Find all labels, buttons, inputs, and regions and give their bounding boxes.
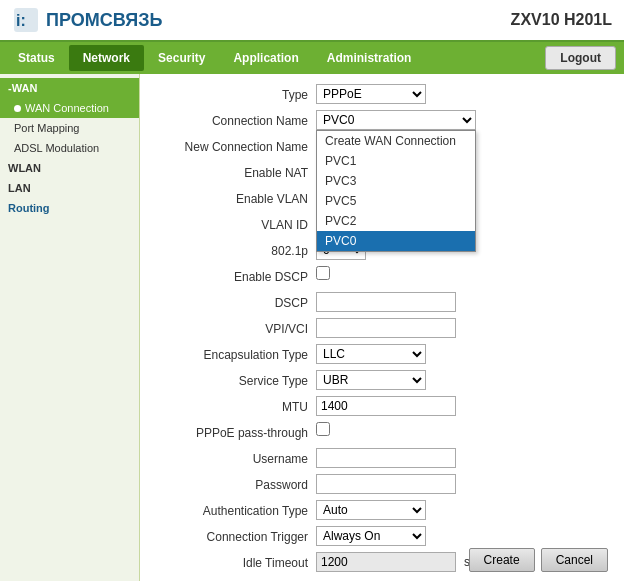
idle-timeout-input[interactable] <box>316 552 456 572</box>
dot1p-label: 802.1p <box>156 240 316 262</box>
sidebar-category-lan[interactable]: LAN <box>0 178 139 198</box>
username-input[interactable] <box>316 448 456 468</box>
logout-button[interactable]: Logout <box>545 46 616 70</box>
encap-type-label: Encapsulation Type <box>156 344 316 366</box>
form-row-auth-type: Authentication Type Auto PAP CHAP <box>156 500 608 522</box>
connection-name-label: Connection Name <box>156 110 316 132</box>
type-label: Type <box>156 84 316 106</box>
dscp-input[interactable] <box>316 292 456 312</box>
device-title: ZXV10 H201L <box>511 11 612 29</box>
form-row-connection-name: Connection Name Create WAN Connection PV… <box>156 110 608 132</box>
form-row-type: Type PPPoE PPPoA IPoE IPoA Bridging <box>156 84 608 106</box>
form-row-encap-type: Encapsulation Type LLC VCMUX <box>156 344 608 366</box>
type-control: PPPoE PPPoA IPoE IPoA Bridging <box>316 84 608 104</box>
form-row-vpi-vci: VPI/VCI <box>156 318 608 340</box>
connection-name-select[interactable]: Create WAN Connection PVC1 PVC3 PVC5 PVC… <box>316 110 476 130</box>
nav-network[interactable]: Network <box>69 45 144 71</box>
dropdown-item-pvc5[interactable]: PVC5 <box>317 191 475 211</box>
content-area: Type PPPoE PPPoA IPoE IPoA Bridging Conn… <box>140 74 624 581</box>
pppoe-passthrough-label: PPPoE pass-through <box>156 422 316 444</box>
sidebar-label-wan-connection: WAN Connection <box>25 102 109 114</box>
logo-icon: i: <box>12 6 40 34</box>
conn-name-container: Create WAN Connection PVC1 PVC3 PVC5 PVC… <box>316 110 476 130</box>
navbar: Status Network Security Application Admi… <box>0 42 624 74</box>
password-control <box>316 474 608 494</box>
main-layout: -WAN WAN Connection Port Mapping ADSL Mo… <box>0 74 624 581</box>
enable-vlan-label: Enable VLAN <box>156 188 316 210</box>
encap-type-select[interactable]: LLC VCMUX <box>316 344 426 364</box>
sidebar-label-adsl-modulation: ADSL Modulation <box>14 142 99 154</box>
dscp-control <box>316 292 608 312</box>
type-select[interactable]: PPPoE PPPoA IPoE IPoA Bridging <box>316 84 426 104</box>
dropdown-item-create-wan[interactable]: Create WAN Connection <box>317 131 475 151</box>
service-type-select[interactable]: UBR CBR VBR-rt VBR-nrt <box>316 370 426 390</box>
sidebar-item-wan-connection[interactable]: WAN Connection <box>0 98 139 118</box>
enable-dscp-checkbox[interactable] <box>316 266 330 280</box>
svg-text:i:: i: <box>16 12 26 29</box>
sidebar-section-wan: -WAN <box>0 78 139 98</box>
form-row-username: Username <box>156 448 608 470</box>
mtu-input[interactable] <box>316 396 456 416</box>
password-label: Password <box>156 474 316 496</box>
footer-buttons: Create Cancel <box>469 548 608 572</box>
service-type-label: Service Type <box>156 370 316 392</box>
encap-type-control: LLC VCMUX <box>316 344 608 364</box>
nav-security[interactable]: Security <box>144 45 219 71</box>
form-row-enable-dscp: Enable DSCP <box>156 266 608 288</box>
auth-type-select[interactable]: Auto PAP CHAP <box>316 500 426 520</box>
vpi-vci-control <box>316 318 608 338</box>
auth-type-control: Auto PAP CHAP <box>316 500 608 520</box>
form-row-mtu: MTU <box>156 396 608 418</box>
pppoe-passthrough-control <box>316 422 608 436</box>
header: i: ПРОМСВЯЗЬ ZXV10 H201L <box>0 0 624 42</box>
nav-application[interactable]: Application <box>219 45 312 71</box>
connection-name-control: Create WAN Connection PVC1 PVC3 PVC5 PVC… <box>316 110 608 130</box>
enable-dscp-control <box>316 266 608 280</box>
vlan-id-label: VLAN ID <box>156 214 316 236</box>
username-control <box>316 448 608 468</box>
form-row-service-type: Service Type UBR CBR VBR-rt VBR-nrt <box>156 370 608 392</box>
conn-trigger-label: Connection Trigger <box>156 526 316 548</box>
vpi-vci-label: VPI/VCI <box>156 318 316 340</box>
logo: i: ПРОМСВЯЗЬ <box>12 6 162 34</box>
sidebar-item-port-mapping[interactable]: Port Mapping <box>0 118 139 138</box>
sidebar-category-wlan[interactable]: WLAN <box>0 158 139 178</box>
connection-name-dropdown[interactable]: Create WAN Connection PVC1 PVC3 PVC5 PVC… <box>316 130 476 252</box>
form-row-password: Password <box>156 474 608 496</box>
dropdown-item-pvc1[interactable]: PVC1 <box>317 151 475 171</box>
enable-nat-label: Enable NAT <box>156 162 316 184</box>
dropdown-item-pvc3[interactable]: PVC3 <box>317 171 475 191</box>
sidebar: -WAN WAN Connection Port Mapping ADSL Mo… <box>0 74 140 581</box>
dropdown-item-pvc2[interactable]: PVC2 <box>317 211 475 231</box>
sidebar-item-adsl-modulation[interactable]: ADSL Modulation <box>0 138 139 158</box>
cancel-button[interactable]: Cancel <box>541 548 608 572</box>
bullet-icon <box>14 105 21 112</box>
enable-dscp-label: Enable DSCP <box>156 266 316 288</box>
sidebar-label-port-mapping: Port Mapping <box>14 122 79 134</box>
dropdown-item-pvc0[interactable]: PVC0 <box>317 231 475 251</box>
new-connection-name-label: New Connection Name <box>156 136 316 158</box>
pppoe-passthrough-checkbox[interactable] <box>316 422 330 436</box>
form-row-dscp: DSCP <box>156 292 608 314</box>
form-row-conn-trigger: Connection Trigger Always On Manual On-D… <box>156 526 608 548</box>
service-type-control: UBR CBR VBR-rt VBR-nrt <box>316 370 608 390</box>
nav-status[interactable]: Status <box>4 45 69 71</box>
form-row-pppoe-passthrough: PPPoE pass-through <box>156 422 608 444</box>
sidebar-category-routing[interactable]: Routing <box>0 198 139 218</box>
conn-trigger-select[interactable]: Always On Manual On-Demand <box>316 526 426 546</box>
password-input[interactable] <box>316 474 456 494</box>
dscp-label: DSCP <box>156 292 316 314</box>
mtu-control <box>316 396 608 416</box>
idle-timeout-label: Idle Timeout <box>156 552 316 574</box>
username-label: Username <box>156 448 316 470</box>
create-button[interactable]: Create <box>469 548 535 572</box>
vpi-vci-input[interactable] <box>316 318 456 338</box>
auth-type-label: Authentication Type <box>156 500 316 522</box>
logo-text: ПРОМСВЯЗЬ <box>46 10 162 31</box>
conn-trigger-control: Always On Manual On-Demand <box>316 526 608 546</box>
nav-administration[interactable]: Administration <box>313 45 426 71</box>
mtu-label: MTU <box>156 396 316 418</box>
